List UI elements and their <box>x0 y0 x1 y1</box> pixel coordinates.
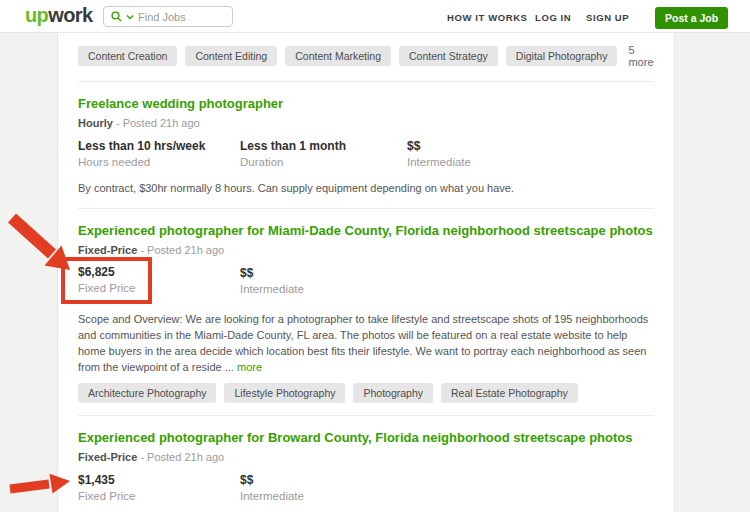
search-input[interactable] <box>138 11 225 23</box>
job-listing-miami-dade: Experienced photographer for Miami-Dade … <box>78 209 654 416</box>
chevron-down-icon[interactable] <box>126 14 134 20</box>
job-title-link[interactable]: Freelance wedding photographer <box>78 96 283 111</box>
fact-label: Intermediate <box>407 156 569 168</box>
fact-hours: Less than 10 hrs/week Hours needed <box>78 139 240 171</box>
logo-up-text: up <box>25 4 48 26</box>
job-description: By contract, $30hr normally 8 hours. Can… <box>78 180 654 208</box>
filter-tag[interactable]: Digital Photography <box>506 46 618 66</box>
job-description: Scope and Overview: We are looking for a… <box>78 311 654 375</box>
filter-tag[interactable]: Content Editing <box>185 46 277 66</box>
search-icon <box>111 11 122 22</box>
fact-value: $$ <box>240 473 402 487</box>
fact-label: Hours needed <box>78 156 240 168</box>
job-facts-row: $1,435 Fixed Price $$ Intermediate <box>78 473 654 505</box>
fact-label: Fixed Price <box>78 490 240 502</box>
fact-value: $$ <box>407 139 569 153</box>
job-type: Hourly <box>78 117 113 129</box>
job-facts-row: $6,825 Fixed Price $$ Intermediate <box>78 266 654 302</box>
filter-tag[interactable]: Content Strategy <box>399 46 498 66</box>
fact-value: Less than 1 month <box>240 139 407 153</box>
job-title-link[interactable]: Experienced photographer for Broward Cou… <box>78 430 632 445</box>
nav-how-it-works[interactable]: HOW IT WORKS <box>447 12 528 23</box>
job-type: Fixed-Price <box>78 244 137 256</box>
fact-value: Less than 10 hrs/week <box>78 139 240 153</box>
job-listing-broward: Experienced photographer for Broward Cou… <box>78 416 654 512</box>
fact-label: Duration <box>240 156 407 168</box>
job-meta: Fixed-Price - Posted 21h ago <box>78 451 654 463</box>
skill-tag[interactable]: Architecture Photography <box>78 383 216 403</box>
fact-duration: Less than 1 month Duration <box>240 139 407 171</box>
job-type: Fixed-Price <box>78 451 137 463</box>
price-highlight-box: $6,825 Fixed Price <box>61 257 152 304</box>
skill-tag[interactable]: Lifestyle Photography <box>224 383 345 403</box>
upwork-logo[interactable]: upwork <box>25 4 93 27</box>
job-posted-time: - Posted 21h ago <box>116 117 200 129</box>
job-posted-time: - Posted 21h ago <box>140 244 224 256</box>
fact-experience: $$ Intermediate <box>240 266 402 302</box>
fact-experience: $$ Intermediate <box>407 139 569 171</box>
fact-label: Intermediate <box>240 283 402 295</box>
job-meta: Hourly - Posted 21h ago <box>78 117 654 129</box>
job-description-text: Scope and Overview: We are looking for a… <box>78 313 648 373</box>
fact-value: $$ <box>240 266 402 280</box>
fact-experience: $$ Intermediate <box>240 473 402 505</box>
job-facts-row: Less than 10 hrs/week Hours needed Less … <box>78 139 654 171</box>
filter-tag[interactable]: Content Creation <box>78 46 177 66</box>
filter-tag-row: Content Creation Content Editing Content… <box>78 33 654 82</box>
job-posted-time: - Posted 21h ago <box>140 451 224 463</box>
fact-value: $1,435 <box>78 473 240 487</box>
filter-tag[interactable]: Content Marketing <box>285 46 391 66</box>
nav-sign-up[interactable]: SIGN UP <box>586 12 629 23</box>
annotation-arrow-icon <box>6 470 74 498</box>
job-description-text: By contract, $30hr normally 8 hours. Can… <box>78 182 514 194</box>
fact-label: Fixed Price <box>78 282 136 294</box>
fact-budget: $1,435 Fixed Price <box>78 473 240 505</box>
fact-label: Intermediate <box>240 490 402 502</box>
job-meta: Fixed-Price - Posted 21h ago <box>78 244 654 256</box>
fact-budget: $6,825 Fixed Price <box>78 266 240 302</box>
logo-work-text: work <box>48 4 92 26</box>
job-title-link[interactable]: Experienced photographer for Miami-Dade … <box>78 223 653 238</box>
skill-tag[interactable]: Photography <box>353 383 433 403</box>
job-skill-tags: Architecture Photography Lifestyle Photo… <box>78 383 654 415</box>
more-link[interactable]: more <box>237 361 262 373</box>
top-header: upwork HOW IT WORKS LOG IN SIGN UP Post … <box>0 0 750 33</box>
more-tags-link[interactable]: 5 more <box>628 44 654 68</box>
job-listing-wedding-photographer: Freelance wedding photographer Hourly - … <box>78 82 654 209</box>
skill-tag[interactable]: Real Estate Photography <box>441 383 578 403</box>
results-card: Content Creation Content Editing Content… <box>57 33 675 512</box>
search-bar[interactable] <box>103 6 233 27</box>
nav-log-in[interactable]: LOG IN <box>535 12 571 23</box>
fact-value: $6,825 <box>78 265 136 279</box>
post-a-job-button[interactable]: Post a Job <box>655 7 728 29</box>
